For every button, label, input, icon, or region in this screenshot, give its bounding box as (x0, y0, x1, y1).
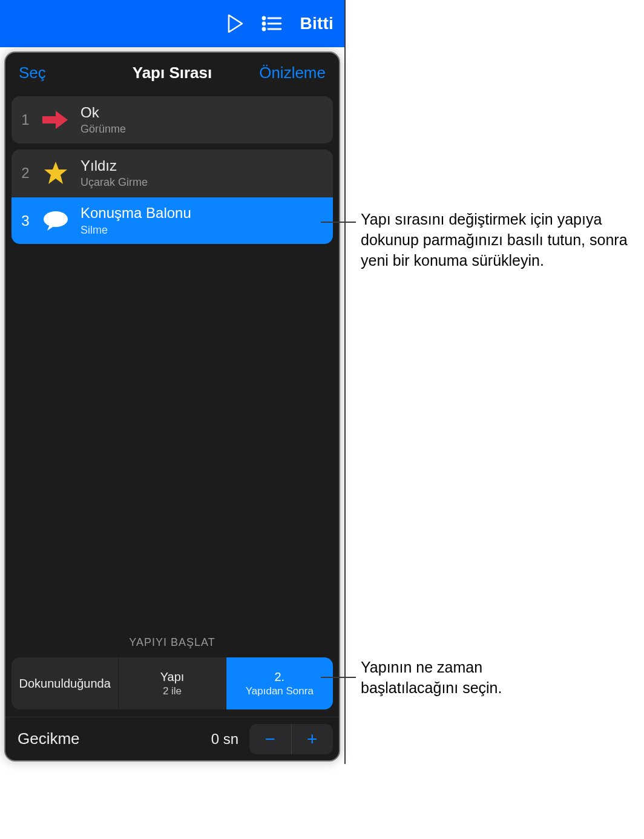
build-title: Yıldız (80, 157, 148, 174)
play-icon[interactable] (228, 15, 243, 33)
build-index: 2 (20, 165, 31, 182)
delay-row: Gecikme 0 sn − + (5, 717, 339, 760)
build-title: Ok (80, 104, 126, 121)
svg-marker-0 (229, 15, 242, 32)
arrow-icon (42, 106, 70, 134)
svg-marker-8 (44, 162, 67, 184)
svg-point-3 (263, 22, 265, 25)
option-sublabel: Yapıdan Sonra (246, 685, 314, 697)
start-build-segmented: Dokunulduğunda Yapı 2 ile 2. Yapıdan Son… (12, 657, 333, 709)
svg-marker-7 (42, 111, 68, 129)
navbar: Bitti (0, 0, 344, 47)
delay-value: 0 sn (211, 731, 249, 748)
start-option-after-build[interactable]: 2. Yapıdan Sonra (226, 657, 333, 709)
svg-point-5 (263, 28, 265, 30)
stepper-increment[interactable]: + (292, 724, 334, 754)
build-item-2[interactable]: 2 Yıldız Uçarak Girme (12, 150, 333, 197)
build-list: 1 Ok Görünme 2 Yıldız (5, 93, 339, 244)
done-button[interactable]: Bitti (300, 14, 334, 33)
build-index: 1 (20, 111, 31, 128)
start-option-on-tap[interactable]: Dokunulduğunda (12, 657, 118, 709)
callout-leader (321, 222, 356, 223)
preview-button[interactable]: Önizleme (259, 64, 326, 82)
callout-start: Yapının ne zaman başlatılacağını seçin. (361, 657, 567, 699)
build-effect: Silme (80, 224, 191, 237)
build-effect: Görünme (80, 123, 126, 136)
svg-point-9 (44, 211, 68, 227)
popover-header: Seç Yapı Sırası Önizleme (5, 53, 339, 93)
divider (344, 0, 346, 764)
build-index: 3 (20, 212, 31, 229)
build-order-popover: Seç Yapı Sırası Önizleme 1 Ok Görünme 2 (4, 51, 340, 762)
start-option-with-build[interactable]: Yapı 2 ile (118, 657, 225, 709)
stepper-decrement[interactable]: − (249, 724, 291, 754)
build-title: Konuşma Balonu (80, 205, 191, 222)
svg-point-1 (263, 17, 265, 19)
star-icon (42, 159, 70, 187)
option-sublabel: 2 ile (163, 685, 182, 697)
delay-stepper: − + (249, 724, 333, 754)
option-label: Dokunulduğunda (19, 676, 111, 691)
start-build-heading: YAPIYI BAŞLAT (5, 631, 339, 657)
build-item-group: 2 Yıldız Uçarak Girme 3 (12, 150, 333, 244)
callout-leader (321, 677, 356, 678)
build-item-1[interactable]: 1 Ok Görünme (12, 96, 333, 143)
callout-reorder: Yapı sırasını değiştirmek için yapıya do… (361, 209, 636, 271)
speech-bubble-icon (42, 207, 70, 235)
option-label: 2. (274, 670, 284, 684)
build-order-icon[interactable] (261, 16, 282, 31)
option-label: Yapı (160, 670, 185, 684)
build-effect: Uçarak Girme (80, 176, 148, 189)
build-item-3[interactable]: 3 Konuşma Balonu Silme (12, 197, 333, 244)
delay-label: Gecikme (18, 729, 80, 748)
select-button[interactable]: Seç (19, 64, 46, 82)
